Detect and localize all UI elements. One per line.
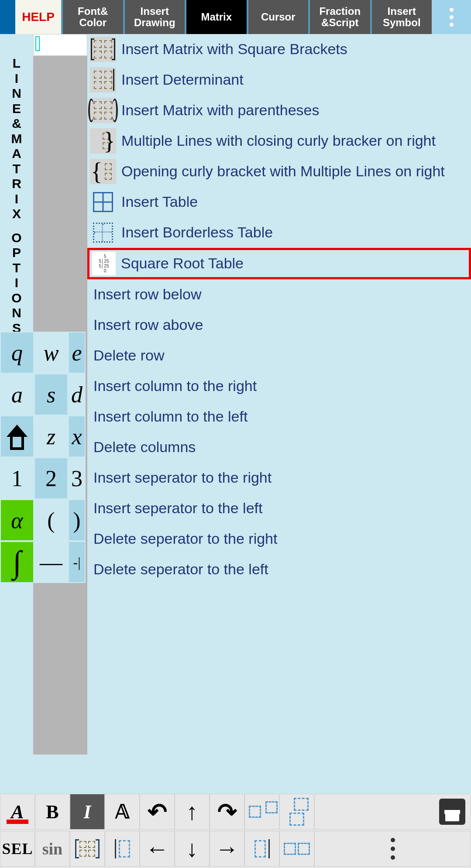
editor-cursor: [35, 36, 40, 51]
menu-label: Insert seperator to the right: [93, 469, 272, 486]
arrow-up-icon: ↑: [186, 798, 198, 825]
menu-label: Insert Matrix with Square Brackets: [121, 41, 347, 58]
select-button[interactable]: SEL: [0, 831, 35, 867]
menu-insert-col-left[interactable]: Insert column to the left: [87, 401, 471, 432]
menu-delete-sep-right[interactable]: Delete seperator to the right: [87, 524, 471, 554]
sqrt-table-icon: 55│255│25 0: [92, 252, 116, 275]
undo-icon: ↶: [148, 798, 167, 826]
box-stack-icon: [289, 798, 304, 826]
key-shift[interactable]: [0, 415, 34, 457]
tab-insert-symbol[interactable]: Insert Symbol: [370, 0, 432, 34]
menu-label: Insert Matrix with parentheses: [121, 102, 320, 119]
arrow-down-button[interactable]: ↓: [175, 831, 210, 867]
box-pair-icon: [284, 843, 310, 855]
menu-square-root-table[interactable]: 55│255│25 0 Square Root Table: [87, 248, 471, 279]
save-icon: [439, 799, 465, 825]
key-integral[interactable]: ∫: [0, 541, 34, 583]
menu-label: Insert column to the right: [93, 377, 257, 395]
virtual-keyboard: q w e a s d z x 1 2 3 α ( ) ∫ — -|: [0, 332, 87, 583]
key-e[interactable]: e: [68, 332, 86, 374]
menu-label: Delete columns: [93, 439, 196, 456]
vertical-dots-icon: [391, 838, 395, 860]
menu-insert-borderless-table[interactable]: Insert Borderless Table: [87, 217, 471, 248]
redo-button[interactable]: ↷: [210, 794, 244, 830]
key-1[interactable]: 1: [0, 457, 34, 499]
menu-insert-table[interactable]: Insert Table: [87, 187, 471, 217]
key-paren-close[interactable]: ): [68, 499, 86, 541]
key-2[interactable]: 2: [34, 457, 68, 499]
key-s[interactable]: s: [34, 374, 68, 415]
editor-canvas[interactable]: [33, 34, 87, 56]
key-bar[interactable]: -|: [68, 541, 86, 583]
tab-fraction-script[interactable]: Fraction &Script: [308, 0, 370, 34]
menu-insert-sep-right[interactable]: Insert seperator to the right: [87, 463, 471, 493]
arrow-right-icon: →: [215, 835, 239, 862]
menu-label: Delete seperator to the right: [93, 530, 277, 547]
sin-button[interactable]: sin: [35, 831, 70, 867]
key-q[interactable]: q: [0, 332, 34, 374]
menu-insert-determinant[interactable]: Insert Determinant: [87, 65, 471, 95]
tab-font-color[interactable]: Font& Color: [61, 0, 123, 34]
font-style-button[interactable]: 𝔸: [105, 794, 140, 830]
italic-button[interactable]: I: [70, 794, 105, 830]
more-menu-button[interactable]: [432, 0, 471, 34]
tab-matrix[interactable]: Matrix: [185, 0, 247, 34]
undo-button[interactable]: ↶: [140, 794, 175, 830]
top-toolbar: HELP Font& Color Insert Drawing Matrix C…: [0, 0, 471, 34]
key-a[interactable]: a: [0, 374, 34, 415]
box-stack-button[interactable]: [279, 794, 314, 830]
menu-label: Delete seperator to the left: [93, 561, 268, 578]
sep-left-icon: [115, 839, 130, 858]
sep-left-button[interactable]: [105, 831, 140, 867]
key-z[interactable]: z: [34, 415, 68, 457]
key-alpha[interactable]: α: [0, 499, 34, 541]
matrix-bracket-button[interactable]: [70, 831, 105, 867]
menu-label: Insert seperator to the left: [93, 500, 262, 517]
box-right-button[interactable]: [244, 794, 279, 830]
menu-label: Insert Table: [121, 193, 198, 210]
arrow-right-button[interactable]: →: [210, 831, 244, 867]
menu-label: Insert column to the left: [93, 408, 248, 425]
menu-label: Delete row: [93, 347, 165, 364]
menu-delete-row[interactable]: Delete row: [87, 340, 471, 371]
font-color-button[interactable]: A: [0, 794, 35, 830]
menu-delete-sep-left[interactable]: Delete seperator to the left: [87, 554, 471, 585]
tab-insert-drawing[interactable]: Insert Drawing: [123, 0, 185, 34]
save-button[interactable]: [314, 794, 471, 830]
bold-button[interactable]: B: [35, 794, 70, 830]
key-paren-open[interactable]: (: [34, 499, 68, 541]
menu-insert-row-above[interactable]: Insert row above: [87, 310, 471, 340]
menu-insert-row-below[interactable]: Insert row below: [87, 279, 471, 310]
help-button[interactable]: HELP: [0, 0, 61, 34]
key-x[interactable]: x: [68, 415, 86, 457]
menu-insert-sep-left[interactable]: Insert seperator to the left: [87, 493, 471, 524]
key-w[interactable]: w: [34, 332, 68, 374]
menu-delete-cols[interactable]: Delete columns: [87, 432, 471, 463]
menu-label: Insert row above: [93, 316, 203, 333]
shift-icon: [7, 425, 27, 448]
bottom-toolbar: A B I 𝔸 ↶ ↑ ↷ SEL sin ← ↓ →: [0, 794, 471, 868]
menu-curly-right[interactable]: } Multiple Lines with closing curly brac…: [87, 126, 471, 156]
menu-insert-col-right[interactable]: Insert column to the right: [87, 371, 471, 401]
box-pair-button[interactable]: [279, 831, 314, 867]
menu-insert-matrix-square[interactable]: Insert Matrix with Square Brackets: [87, 34, 471, 65]
box-right-icon: [249, 806, 275, 818]
menu-curly-left[interactable]: { Opening curly bracket with Multiple Li…: [87, 156, 471, 187]
menu-label: Opening curly bracket with Multiple Line…: [121, 163, 445, 180]
sep-right-button[interactable]: [244, 831, 279, 867]
matrix-bracket-icon: [75, 837, 100, 861]
arrow-up-button[interactable]: ↑: [175, 794, 210, 830]
arrow-left-button[interactable]: ←: [140, 831, 175, 867]
menu-label: Insert Determinant: [121, 71, 244, 88]
key-minus[interactable]: —: [34, 541, 68, 583]
sep-right-icon: [254, 839, 270, 858]
menu-insert-matrix-paren[interactable]: Insert Matrix with parentheses: [87, 95, 471, 126]
arrow-down-icon: ↓: [186, 835, 198, 862]
menu-label: Multiple Lines with closing curly bracke…: [121, 132, 436, 149]
more-actions-button[interactable]: [314, 831, 471, 867]
tab-cursor[interactable]: Cursor: [247, 0, 309, 34]
key-d[interactable]: d: [68, 374, 86, 415]
key-3[interactable]: 3: [68, 457, 86, 499]
arrow-left-icon: ←: [145, 835, 169, 862]
menu-label: Insert Borderless Table: [121, 224, 273, 241]
